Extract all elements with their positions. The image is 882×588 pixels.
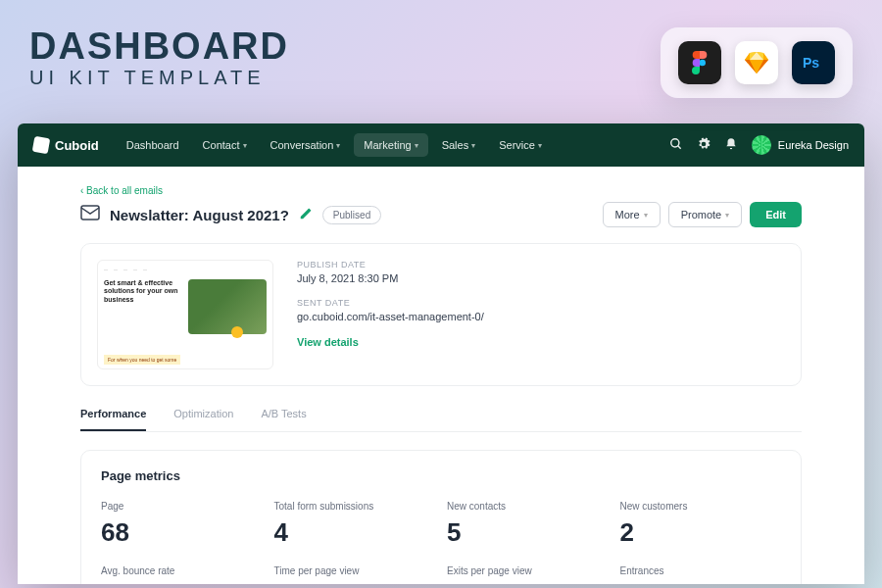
nav-dashboard[interactable]: Dashboard <box>117 133 189 157</box>
figma-icon <box>678 41 721 84</box>
brand[interactable]: Cuboid <box>33 137 99 153</box>
brand-name: Cuboid <box>55 138 99 153</box>
metric-label: Avg. bounce rate <box>101 565 263 576</box>
tab-ab-tests[interactable]: A/B Tests <box>261 408 306 431</box>
nav-label: Contact <box>203 139 240 151</box>
metric-value: 68 <box>101 517 263 548</box>
avatar <box>752 135 771 155</box>
metric-label: New customers <box>620 501 782 512</box>
metric-label: Exits per page view <box>447 565 609 576</box>
metric-label: New contacts <box>447 501 609 512</box>
metric-label: Time per page view <box>274 565 436 576</box>
nav-sales[interactable]: Sales▾ <box>432 133 486 157</box>
top-navbar: Cuboid Dashboard Contact▾ Conversation▾ … <box>18 123 864 167</box>
metric-value: 5 <box>447 517 609 548</box>
btn-label: Promote <box>681 209 722 220</box>
metric: New customers2 <box>620 501 782 548</box>
back-link-label: Back to all emails <box>86 185 163 196</box>
metric: Total form submissions4 <box>274 501 436 548</box>
tab-optimization[interactable]: Optimization <box>173 408 233 431</box>
mail-icon <box>80 205 100 224</box>
metrics-card: Page metrics Page68 Total form submissio… <box>80 450 802 584</box>
svg-point-0 <box>699 60 706 67</box>
chevron-down-icon: ▾ <box>725 211 729 220</box>
metric: Avg. bounce rate <box>101 565 263 582</box>
preview-footer: For when you need to get some <box>104 355 180 365</box>
more-button[interactable]: More▾ <box>603 202 661 227</box>
metric: Time per page view <box>274 565 436 582</box>
user-name: Eureka Design <box>778 139 849 151</box>
sent-date-value: go.cuboid.com/it-asset-management-0/ <box>297 311 484 322</box>
nav-label: Service <box>499 139 535 151</box>
bell-icon[interactable] <box>724 137 738 153</box>
nav-service[interactable]: Service▾ <box>489 133 552 157</box>
edit-title-icon[interactable] <box>299 207 313 223</box>
btn-label: More <box>615 209 640 220</box>
metric-label: Entrances <box>620 565 782 576</box>
metric: Entrances <box>620 565 782 582</box>
metric-value: 4 <box>274 517 436 548</box>
detail-card: ————— Get smart & effective solutions fo… <box>80 243 802 386</box>
back-link[interactable]: ‹ Back to all emails <box>80 185 163 196</box>
chevron-down-icon: ▾ <box>243 141 247 150</box>
email-preview[interactable]: ————— Get smart & effective solutions fo… <box>97 260 273 369</box>
btn-label: Edit <box>765 209 786 220</box>
metric-label: Total form submissions <box>274 501 436 512</box>
tabs: Performance Optimization A/B Tests <box>80 408 802 432</box>
gear-icon[interactable] <box>697 137 710 153</box>
metric: Exits per page view <box>447 565 609 582</box>
publish-date-value: July 8, 2021 8:30 PM <box>297 272 484 284</box>
edit-button[interactable]: Edit <box>750 202 802 227</box>
svg-point-2 <box>671 139 679 147</box>
metrics-title: Page metrics <box>101 468 781 483</box>
chevron-down-icon: ▾ <box>644 211 648 220</box>
chevron-down-icon: ▾ <box>336 141 340 150</box>
svg-rect-4 <box>81 206 99 220</box>
promo-title: DASHBOARD <box>29 27 289 65</box>
tab-performance[interactable]: Performance <box>80 408 146 431</box>
view-details-link[interactable]: View details <box>297 336 484 348</box>
page-title: Newslatter: August 2021? <box>110 207 289 223</box>
nav-label: Dashboard <box>126 139 179 151</box>
metric: New contacts5 <box>447 501 609 548</box>
nav-conversation[interactable]: Conversation▾ <box>261 133 351 157</box>
publish-date-label: PUBLISH DATE <box>297 260 484 270</box>
nav-label: Marketing <box>364 139 411 151</box>
metric-label: Page <box>101 501 263 512</box>
metric: Page68 <box>101 501 263 548</box>
chevron-down-icon: ▾ <box>471 141 475 150</box>
sent-date-label: SENT DATE <box>297 298 484 308</box>
status-badge: Publised <box>322 206 381 224</box>
chevron-down-icon: ▾ <box>538 141 542 150</box>
photoshop-icon: Ps <box>792 41 835 84</box>
svg-line-3 <box>678 146 681 149</box>
chevron-down-icon: ▾ <box>415 141 418 150</box>
nav-contact[interactable]: Contact▾ <box>193 133 257 157</box>
nav-items: Dashboard Contact▾ Conversation▾ Marketi… <box>117 133 552 157</box>
user-menu[interactable]: Eureka Design <box>752 135 849 155</box>
promote-button[interactable]: Promote▾ <box>668 202 743 227</box>
svg-text:Ps: Ps <box>803 55 819 71</box>
search-icon[interactable] <box>669 137 683 153</box>
metric-value: 2 <box>620 517 782 548</box>
preview-headline: Get smart & effective solutions for your… <box>104 279 182 304</box>
sketch-icon <box>735 41 778 84</box>
nav-marketing[interactable]: Marketing▾ <box>354 133 427 157</box>
brand-logo-icon <box>32 136 51 155</box>
promo-subtitle: UI KIT TEMPLATE <box>29 67 289 89</box>
nav-label: Sales <box>442 139 469 151</box>
nav-label: Conversation <box>270 139 334 151</box>
dashboard-window: Cuboid Dashboard Contact▾ Conversation▾ … <box>18 123 864 584</box>
app-icons-bar: Ps <box>661 27 853 98</box>
